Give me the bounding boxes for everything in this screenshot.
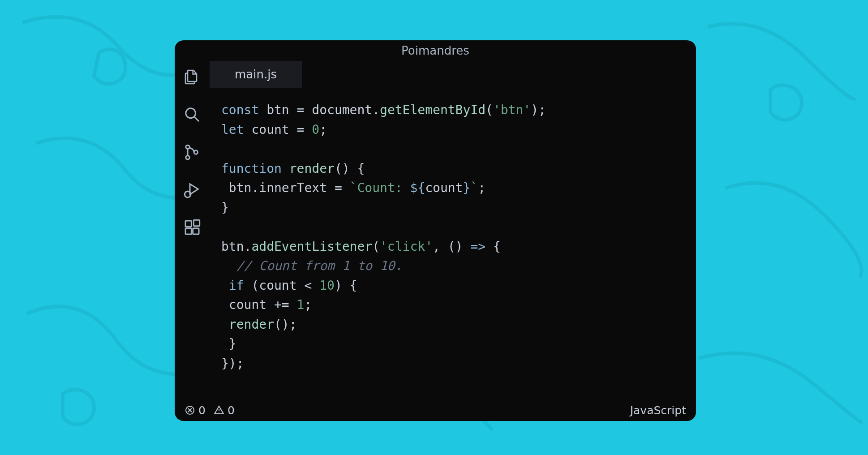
warning-icon (214, 405, 224, 416)
files-icon[interactable] (183, 68, 201, 86)
source-control-icon[interactable] (183, 143, 201, 161)
status-errors[interactable]: 0 (185, 404, 206, 417)
activity-bar (175, 61, 210, 399)
editor-main: main.js const btn = document.getElementB… (210, 61, 696, 399)
editor-body: main.js const btn = document.getElementB… (175, 61, 696, 399)
svg-rect-6 (185, 228, 191, 234)
error-icon (185, 405, 195, 416)
tab-label: main.js (235, 68, 277, 81)
window-title: Poimandres (401, 44, 469, 57)
editor-window: Poimandres main.js (175, 40, 696, 421)
svg-point-0 (186, 108, 196, 118)
search-icon[interactable] (183, 106, 201, 124)
status-warnings[interactable]: 0 (214, 404, 235, 417)
status-language[interactable]: JavaScript (630, 404, 686, 417)
tab-mainjs[interactable]: main.js (210, 61, 302, 88)
svg-point-1 (186, 145, 189, 149)
svg-point-2 (186, 156, 189, 159)
titlebar: Poimandres (175, 40, 696, 61)
svg-rect-7 (193, 228, 199, 234)
svg-rect-5 (185, 221, 191, 227)
svg-rect-8 (193, 220, 199, 226)
status-bar: 0 0 JavaScript (175, 399, 696, 421)
debug-icon[interactable] (183, 181, 201, 199)
code-editor[interactable]: const btn = document.getElementById('btn… (210, 88, 696, 399)
extensions-icon[interactable] (183, 219, 201, 236)
error-count: 0 (198, 404, 206, 417)
tabs-row: main.js (210, 61, 696, 88)
warning-count: 0 (228, 404, 235, 417)
